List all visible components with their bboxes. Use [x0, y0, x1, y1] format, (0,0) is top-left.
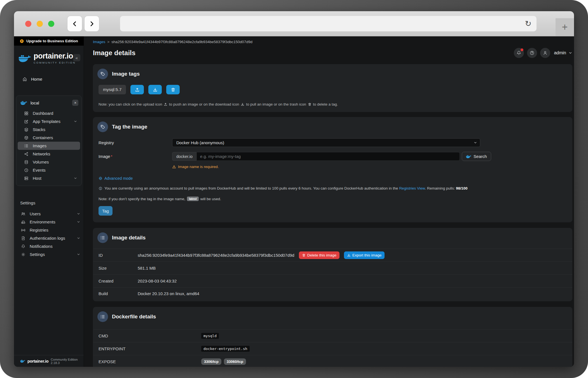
table-row: Build Docker 20.10.23 on linux, amd64	[93, 287, 572, 300]
image-details-widget: Image details ID sha256:92034fe9a41f4344…	[93, 228, 572, 301]
sidebar-item-home[interactable]: Home	[14, 75, 84, 83]
table-row: CMD mysqld	[93, 329, 572, 342]
delete-image-button[interactable]: Delete this image	[299, 251, 339, 259]
image-build: Docker 20.10.23 on linux, amd64	[138, 291, 199, 296]
download-icon	[153, 87, 158, 92]
notifications-button[interactable]	[514, 48, 524, 58]
minimize-window-button[interactable]	[37, 21, 43, 27]
main-content: Images>sha256:92034fe9a41f4344b97f3fc88a…	[84, 36, 574, 367]
footer-brand: portainer.io	[27, 359, 48, 363]
sidebar-item-volumes[interactable]: Volumes	[18, 158, 80, 166]
sidebar-item-host[interactable]: Host	[18, 174, 80, 182]
download-icon	[241, 102, 244, 106]
brand-edition: COMMUNITY EDITION	[34, 61, 76, 64]
download-icon	[347, 253, 351, 257]
notification-dot	[521, 48, 523, 51]
database-icon	[24, 160, 29, 164]
tag-icon	[97, 69, 108, 79]
breadcrumb-images-link[interactable]: Images	[93, 40, 105, 44]
remaining-pulls: 98/100	[456, 186, 467, 190]
registry-addon: docker.io	[172, 152, 196, 161]
sidebar-item-networks[interactable]: Networks	[18, 150, 80, 158]
expose-port-badge: 33060/tcp	[224, 358, 246, 365]
server-icon	[24, 176, 29, 181]
image-tags-title: Image tags	[112, 71, 140, 77]
upgrade-label: Upgrade to Business Edition	[26, 39, 78, 43]
new-tab-button[interactable]: +	[556, 18, 574, 36]
chevron-down-icon	[77, 253, 80, 256]
sidebar-item-events[interactable]: Events	[18, 166, 80, 174]
chevron-down-icon	[568, 51, 572, 55]
search-button[interactable]: Search	[462, 152, 491, 161]
tag-chip: mysql:5.7	[99, 85, 126, 94]
tag-button[interactable]: Tag	[99, 206, 113, 216]
sidebar-item-containers[interactable]: Containers	[18, 134, 80, 142]
registries-view-link[interactable]: Registries View	[399, 186, 425, 190]
sidebar-item-notifications[interactable]: Notifications	[15, 242, 83, 250]
sidebar-item-images[interactable]: Images	[18, 142, 80, 150]
brand-name: portainer.io	[34, 52, 76, 60]
export-image-button[interactable]: Export this image	[344, 251, 385, 259]
sidebar-collapse-button[interactable]: «	[73, 54, 80, 61]
person-icon	[543, 50, 548, 55]
globe-icon	[99, 176, 102, 180]
footer-edition: Community Edition 2.18.3	[51, 358, 84, 365]
latest-tag-note: Note: if you don't specify the tag in th…	[99, 197, 572, 201]
help-button[interactable]	[527, 48, 537, 58]
list-icon	[24, 144, 29, 148]
delete-tag-button[interactable]	[166, 85, 180, 94]
chevron-down-icon	[74, 120, 77, 123]
user-avatar[interactable]	[540, 48, 550, 58]
gear-icon	[21, 252, 25, 257]
layers-icon	[24, 127, 29, 132]
sidebar-item-dashboard[interactable]: Dashboard	[18, 109, 80, 117]
sidebar-item-app-templates[interactable]: App Templates	[18, 117, 80, 125]
table-row: ENTRYPOINT docker-entrypoint.sh	[93, 342, 572, 355]
breadcrumb: Images>sha256:92034fe9a41f4344b97f3fc88a…	[93, 40, 572, 44]
browser-toolbar: ↻ +	[14, 11, 574, 36]
tag-icon	[97, 122, 108, 132]
device-bezel: ↻ + Upgrade to Business Edition portaine…	[0, 0, 588, 378]
image-name-input[interactable]	[196, 152, 460, 161]
user-menu[interactable]: admin	[554, 50, 566, 55]
push-image-button[interactable]	[130, 85, 144, 94]
back-button[interactable]	[67, 16, 82, 32]
chevron-down-icon	[474, 141, 477, 144]
advanced-mode-link[interactable]: Advanced mode	[99, 176, 572, 181]
sidebar-item-environments[interactable]: Environments	[15, 218, 83, 226]
reload-icon[interactable]: ↻	[525, 20, 531, 28]
portainer-logo-icon	[18, 53, 31, 63]
settings-section-header: Settings	[20, 200, 84, 205]
breadcrumb-current: sha256:92034fe9a41f4344b97f3fc88a8796248…	[111, 40, 252, 44]
docker-whale-icon	[466, 155, 471, 158]
close-window-button[interactable]	[25, 21, 31, 27]
environment-close-button[interactable]: ×	[72, 100, 78, 106]
brand-block: portainer.io COMMUNITY EDITION «	[14, 46, 84, 64]
required-mark: *	[111, 154, 113, 159]
chevron-right-icon	[88, 20, 95, 27]
registry-select[interactable]: Docker Hub (anonymous)	[172, 138, 480, 147]
environment-name: local	[31, 101, 69, 105]
image-name-error: Image name is required.	[172, 165, 572, 169]
zoom-window-button[interactable]	[48, 21, 54, 27]
hard-drive-icon	[21, 220, 25, 224]
sidebar-item-stacks[interactable]: Stacks	[18, 125, 80, 134]
upgrade-banner[interactable]: Upgrade to Business Edition	[14, 36, 84, 46]
chevron-down-icon	[74, 176, 77, 180]
sidebar-item-registries[interactable]: Registries	[15, 226, 83, 234]
registry-label: Registry	[99, 140, 172, 145]
sidebar-item-users[interactable]: Users	[15, 210, 83, 218]
sidebar-item-settings[interactable]: Settings	[15, 250, 83, 258]
edit-icon	[24, 119, 29, 124]
address-bar[interactable]: ↻	[120, 16, 537, 31]
sidebar-item-authentication-logs[interactable]: Authentication logs	[15, 234, 83, 242]
chevron-left-icon	[71, 20, 78, 27]
pull-image-button[interactable]	[148, 85, 162, 94]
latest-badge: latest	[187, 197, 198, 201]
table-row: Size 581.1 MB	[93, 262, 572, 274]
broadcast-icon	[21, 228, 25, 232]
forward-button[interactable]	[84, 16, 99, 32]
image-label: Image*	[99, 154, 172, 159]
users-icon	[21, 212, 25, 216]
sidebar-footer: portainer.io Community Edition 2.18.3	[14, 355, 84, 367]
